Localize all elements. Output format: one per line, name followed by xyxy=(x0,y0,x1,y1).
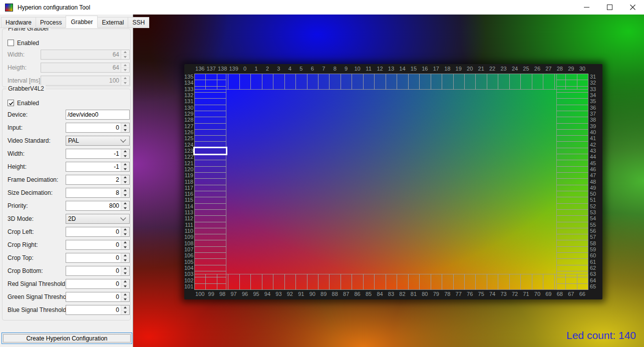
input-spinbox[interactable] xyxy=(66,123,130,133)
led-cell-106[interactable] xyxy=(194,252,226,259)
led-cell-20[interactable] xyxy=(464,74,476,90)
led-cell-56[interactable] xyxy=(556,228,588,234)
led-cell-26[interactable] xyxy=(532,74,543,90)
input-spin-up-button[interactable] xyxy=(121,123,129,128)
led-cell-76[interactable] xyxy=(464,274,476,290)
blue-signal-threshold-input[interactable] xyxy=(66,305,121,314)
led-cell-54[interactable] xyxy=(556,215,588,222)
input-input[interactable] xyxy=(66,123,121,132)
led-cell-125[interactable] xyxy=(194,135,226,142)
width-spin-down-button[interactable] xyxy=(121,55,129,60)
led-cell-128[interactable] xyxy=(194,117,226,123)
led-cell-86[interactable] xyxy=(352,274,363,290)
width-spin-up-button[interactable] xyxy=(121,149,129,154)
led-cell-51[interactable] xyxy=(556,197,588,203)
led-cell-102[interactable] xyxy=(194,277,226,283)
tab-grabber[interactable]: Grabber xyxy=(66,16,98,28)
led-cell-8[interactable] xyxy=(329,74,341,90)
crop-bottom-spinbox[interactable] xyxy=(66,266,130,276)
size-decimation-spinbox[interactable] xyxy=(66,188,130,198)
led-cell-79[interactable] xyxy=(431,274,442,290)
led-cell-84[interactable] xyxy=(374,274,386,290)
led-cell-116[interactable] xyxy=(194,191,226,197)
led-cell-71[interactable] xyxy=(520,274,532,290)
led-cell-34[interactable] xyxy=(556,92,588,99)
led-cell-121[interactable] xyxy=(194,160,226,166)
led-cell-28[interactable] xyxy=(554,74,566,90)
led-cell-82[interactable] xyxy=(397,274,408,290)
led-cell-13[interactable] xyxy=(386,74,397,90)
led-cell-60[interactable] xyxy=(556,252,588,259)
blue-signal-threshold-spin-down-button[interactable] xyxy=(121,310,129,315)
led-cell-15[interactable] xyxy=(408,74,420,90)
led-cell-36[interactable] xyxy=(556,105,588,111)
blue-signal-threshold-spin-up-button[interactable] xyxy=(121,305,129,310)
led-cell-4[interactable] xyxy=(284,74,296,90)
width-input[interactable] xyxy=(41,50,121,59)
crop-right-spin-up-button[interactable] xyxy=(121,240,129,245)
led-cell-91[interactable] xyxy=(295,274,307,290)
3d-mode-dropdown[interactable]: 2D xyxy=(66,214,130,224)
led-cell-16[interactable] xyxy=(419,74,431,90)
led-cell-92[interactable] xyxy=(284,274,296,290)
led-cell-105[interactable] xyxy=(194,258,226,265)
led-cell-77[interactable] xyxy=(453,274,465,290)
frame-decimation-spin-up-button[interactable] xyxy=(121,175,129,180)
device-input[interactable] xyxy=(66,110,130,120)
led-cell-104[interactable] xyxy=(194,265,226,271)
heigth-input[interactable] xyxy=(41,63,121,72)
led-cell-109[interactable] xyxy=(194,234,226,240)
crop-top-spinbox[interactable] xyxy=(66,253,130,263)
led-cell-93[interactable] xyxy=(273,274,284,290)
priority-spin-down-button[interactable] xyxy=(121,206,129,211)
led-cell-2[interactable] xyxy=(262,74,273,90)
led-cell-81[interactable] xyxy=(408,274,420,290)
width-spin-up-button[interactable] xyxy=(121,50,129,55)
green-signal-threshold-spinbox[interactable] xyxy=(66,292,130,302)
crop-left-input[interactable] xyxy=(66,227,121,236)
led-cell-39[interactable] xyxy=(556,123,588,130)
led-cell-83[interactable] xyxy=(386,274,397,290)
height-spinbox[interactable] xyxy=(66,162,130,172)
width-spinbox[interactable] xyxy=(41,50,130,60)
video-standard-dropdown[interactable]: PAL xyxy=(66,136,130,146)
led-cell-74[interactable] xyxy=(487,274,498,290)
led-cell-17[interactable] xyxy=(431,74,442,90)
priority-spinbox[interactable] xyxy=(66,201,130,211)
led-cell-11[interactable] xyxy=(363,74,375,90)
led-cell-46[interactable] xyxy=(556,166,588,173)
led-cell-49[interactable] xyxy=(556,185,588,191)
priority-spin-up-button[interactable] xyxy=(121,201,129,206)
led-cell-73[interactable] xyxy=(498,274,509,290)
led-cell-87[interactable] xyxy=(341,274,352,290)
led-cell-118[interactable] xyxy=(194,178,226,185)
minimize-button[interactable] xyxy=(575,0,598,15)
led-cell-3[interactable] xyxy=(273,74,284,90)
size-decimation-spin-up-button[interactable] xyxy=(121,188,129,193)
led-cell-112[interactable] xyxy=(194,215,226,222)
width-spinbox[interactable] xyxy=(66,149,130,159)
led-cell-131[interactable] xyxy=(194,98,226,105)
led-cell-1[interactable] xyxy=(250,74,262,90)
heigth-spinbox[interactable] xyxy=(41,63,130,73)
led-cell-61[interactable] xyxy=(556,258,588,265)
led-cell-50[interactable] xyxy=(556,191,588,197)
crop-right-input[interactable] xyxy=(66,240,121,249)
led-cell-14[interactable] xyxy=(397,74,408,90)
led-cell-95[interactable] xyxy=(250,274,262,290)
led-cell-53[interactable] xyxy=(556,209,588,216)
led-cell-42[interactable] xyxy=(556,141,588,148)
led-cell-27[interactable] xyxy=(543,74,554,90)
crop-right-spinbox[interactable] xyxy=(66,240,130,250)
led-cell-41[interactable] xyxy=(556,135,588,142)
led-cell-88[interactable] xyxy=(329,274,341,290)
led-cell-130[interactable] xyxy=(194,105,226,111)
width-input[interactable] xyxy=(66,149,121,158)
crop-bottom-input[interactable] xyxy=(66,266,121,275)
red-signal-threshold-spinbox[interactable] xyxy=(66,279,130,289)
led-cell-25[interactable] xyxy=(520,74,532,90)
led-cell-72[interactable] xyxy=(509,274,521,290)
led-cell-129[interactable] xyxy=(194,111,226,117)
heigth-spin-down-button[interactable] xyxy=(121,68,129,73)
led-cell-110[interactable] xyxy=(194,228,226,234)
